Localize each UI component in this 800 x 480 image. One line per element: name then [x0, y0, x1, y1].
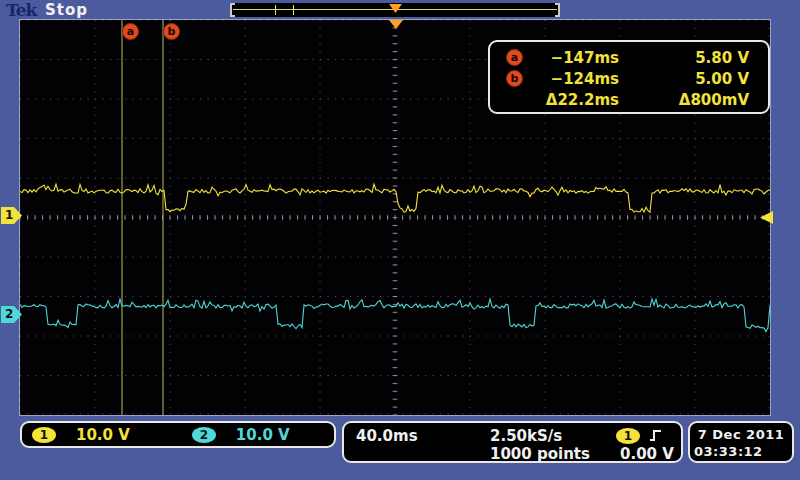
- cursor-delta-spacer: [506, 91, 523, 108]
- trigger-level: 0.00 V: [620, 445, 674, 463]
- cursor-b-badge-icon: b: [506, 70, 523, 87]
- record-cursor-b-tick: [293, 5, 294, 15]
- cursor-b-badge: b: [163, 23, 180, 40]
- oscilloscope-screen: { "header": { "logo": "Tek", "status": "…: [0, 0, 800, 480]
- record-left-bracket-icon: [230, 3, 235, 17]
- cursor-a-badge-icon: a: [506, 49, 523, 66]
- channel-2-badge: 2: [192, 427, 216, 443]
- timebase-scale: 40.0ms: [356, 427, 418, 445]
- date-label: 7 Dec 2011: [694, 426, 788, 443]
- cursor-a-badge: a: [122, 23, 139, 40]
- header-bar: Tek Stop: [0, 0, 800, 20]
- timebase-trigger-box: 40.0ms 2.50kS/s 1000 points 1 0.00 V: [342, 421, 683, 463]
- acquisition-status: Stop: [45, 1, 88, 19]
- time-label: 03:33:12: [694, 443, 788, 460]
- cursor-b-time: −124ms: [523, 70, 619, 88]
- tek-logo: Tek: [6, 0, 36, 20]
- datetime-box: 7 Dec 2011 03:33:12: [688, 421, 794, 463]
- trigger-source-badge: 1: [616, 428, 640, 444]
- cursor-delta-time: Δ22.2ms: [523, 91, 619, 109]
- record-view-bar: [230, 3, 560, 17]
- cursor-a-time: −147ms: [523, 49, 619, 67]
- record-right-bracket-icon: [555, 3, 560, 17]
- channel-1-scale: 10.0 V: [76, 426, 130, 444]
- record-length: 1000 points: [490, 445, 590, 463]
- record-cursor-a-tick: [275, 5, 276, 15]
- cursor-readout-box: a −147ms 5.80 V b −124ms 5.00 V Δ22.2ms …: [488, 40, 770, 114]
- cursor-b-value: 5.00 V: [619, 70, 749, 88]
- graticule-area: a b a −147ms 5.80 V b −124ms 5.00 V Δ22.…: [20, 20, 770, 415]
- channel-2-trace: [20, 299, 770, 332]
- sample-rate: 2.50kS/s: [490, 427, 562, 445]
- cursor-delta-readout: Δ22.2ms Δ800mV: [490, 89, 768, 110]
- cursor-delta-value: Δ800mV: [619, 91, 749, 109]
- channel-2-scale: 10.0 V: [236, 426, 290, 444]
- cursor-b-readout: b −124ms 5.00 V: [490, 68, 768, 89]
- cursor-a-readout: a −147ms 5.80 V: [490, 47, 768, 68]
- rising-edge-icon: [649, 428, 663, 443]
- channel-2-marker: 2: [1, 306, 22, 323]
- channel-1-trace: [20, 184, 770, 212]
- channel-1-marker: 1: [1, 207, 22, 224]
- cursor-a-value: 5.80 V: [619, 49, 749, 67]
- channel-1-badge: 1: [32, 427, 56, 443]
- channel-scale-box: 1 10.0 V 2 10.0 V: [20, 421, 336, 448]
